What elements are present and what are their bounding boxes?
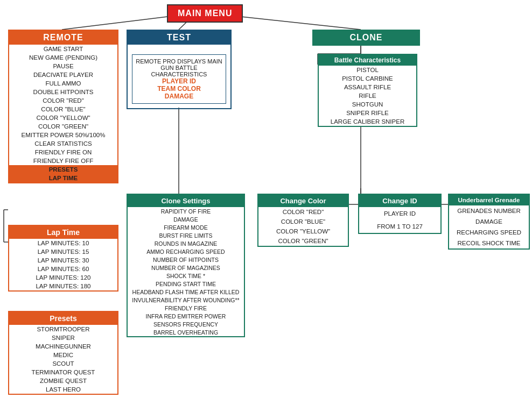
list-item[interactable]: LAP MINUTES: 15 [9,247,117,256]
clone-section: CLONE [312,30,420,46]
list-item[interactable]: TERMINATOR QUEST [9,368,117,377]
list-item[interactable]: STORMTROOPER [9,325,117,333]
list-item[interactable]: INVULNERABILITY AFTER WOUNDING** [128,296,244,304]
list-item[interactable]: SNIPER [9,333,117,342]
change-color-items: COLOR "RED" COLOR "BLUE" COLOR "YELLOW" … [258,207,348,246]
list-item[interactable]: GRENADES NUMBER [449,205,529,216]
list-item[interactable]: LAST HERO [9,385,117,394]
list-item[interactable]: FULL AMMO [9,79,117,88]
list-item[interactable]: FRIENDLY FIRE [128,304,244,312]
list-item[interactable]: SCOUT [9,359,117,368]
list-item[interactable]: SHOTGUN [319,100,416,109]
laptime-header: Lap Time [9,226,117,239]
battle-char-items: PISTOL PISTOL CARBINE ASSAULT RIFLE RIFL… [319,66,416,126]
list-item[interactable]: LAP MINUTES: 180 [9,282,117,290]
list-item[interactable]: RECOIL SHOCK TIME [449,238,529,248]
remote-items: GAME START NEW GAME (PENDING) PAUSE DEAC… [9,45,117,182]
underbarrel-header: Underbarrel Grenade [449,195,529,205]
list-item[interactable]: LAP MINUTES: 120 [9,273,117,282]
list-item[interactable]: COLOR "YELLOW" [9,113,117,122]
list-item[interactable]: COLOR "GREEN" [9,122,117,131]
list-item[interactable]: COLOR "GREEN" [258,236,348,246]
list-item[interactable]: BARREL OVERHEATING [128,328,244,336]
list-item[interactable]: MEDIC [9,351,117,359]
change-id-items: PLAYER ID FROM 1 TO 127 [359,207,440,233]
change-id-section: Change ID PLAYER ID FROM 1 TO 127 [358,194,442,234]
laptime-items: LAP MINUTES: 10 LAP MINUTES: 15 LAP MINU… [9,239,117,290]
clear-statistics-item[interactable]: CLEAR STATISTICS [9,139,117,148]
list-item[interactable]: NUMBER OF MAGAZINES [128,264,244,272]
list-item[interactable]: FRIENDLY FIRE ON [9,148,117,157]
test-team-color: TEAM COLOR [136,85,222,93]
list-item[interactable]: DAMAGE [449,216,529,227]
list-item[interactable]: DOUBLE HITPOINTS [9,88,117,96]
test-player-id: PLAYER ID [136,77,222,85]
change-color-section: Change Color COLOR "RED" COLOR "BLUE" CO… [257,194,349,247]
list-item[interactable]: LAP MINUTES: 60 [9,265,117,273]
list-item[interactable]: COLOR "YELLOW" [258,226,348,236]
presets-button[interactable]: Presets [9,165,117,174]
main-menu-label: MAIN MENU [178,9,232,18]
list-item[interactable]: MACHINEGUNNER [9,342,117,351]
list-item[interactable]: PISTOL [319,66,416,74]
laptime-button[interactable]: Lap Time [9,174,117,182]
list-item[interactable]: AMMO RECHARGING SPEED [128,247,244,255]
list-item[interactable]: LAP MINUTES: 10 [9,239,117,247]
change-id-header: Change ID [359,195,440,207]
underbarrel-items: GRENADES NUMBER DAMAGE RECHARGING SPEED … [449,205,529,248]
list-item[interactable]: PAUSE [9,62,117,70]
list-item[interactable]: SENSORS FREQUENCY [128,320,244,328]
list-item[interactable]: LAP MINUTES: 30 [9,256,117,265]
battle-char-header: Battle Characteristics [319,55,416,66]
list-item[interactable]: PISTOL CARBINE [319,74,416,83]
presets-items: STORMTROOPER SNIPER MACHINEGUNNER MEDIC … [9,325,117,394]
clone-settings-items: RAPIDITY OF FIRE DAMAGE FIREARM MODE BUR… [128,207,244,336]
clone-settings-section: Clone Settings RAPIDITY OF FIRE DAMAGE F… [127,194,245,337]
test-body: REMOTE PRO DISPLAYS MAIN GUN BATTLE CHAR… [132,54,226,104]
list-item[interactable]: COLOR "BLUE" [258,217,348,226]
list-item[interactable]: LARGE CALIBER SNIPER [319,117,416,126]
remote-section: REMOTE GAME START NEW GAME (PENDING) PAU… [8,30,118,183]
clone-settings-header: Clone Settings [128,195,244,207]
list-item[interactable]: SHOCK TIME * [128,272,244,280]
list-item[interactable]: DAMAGE [128,215,244,223]
list-item[interactable]: GAME START [9,45,117,53]
main-menu-box: MAIN MENU [167,4,243,23]
list-item[interactable]: INFRA RED EMITRER POWER [128,312,244,320]
list-item[interactable]: SNIPER RIFLE [319,109,416,117]
list-item[interactable]: NEW GAME (PENDING) [9,53,117,62]
underbarrel-section: Underbarrel Grenade GRENADES NUMBER DAMA… [448,194,530,250]
list-item[interactable]: COLOR "RED" [258,207,348,217]
list-item[interactable]: FRIENDLY FIRE OFF [9,157,117,165]
change-color-header: Change Color [258,195,348,207]
list-item[interactable]: FROM 1 TO 127 [359,220,440,233]
list-item[interactable]: ROUNDS IN MAGAZINE [128,239,244,247]
list-item[interactable]: NUMBER OF HITPOINTS [128,255,244,264]
presets-section: Presets STORMTROOPER SNIPER MACHINEGUNNE… [8,311,118,395]
list-item[interactable]: COLOR "BLUE" [9,105,117,113]
list-item[interactable]: BURST FIRE LIMITS [128,231,244,239]
battle-char-section: Battle Characteristics PISTOL PISTOL CAR… [318,54,417,127]
test-section: TEST REMOTE PRO DISPLAYS MAIN GUN BATTLE… [127,30,232,109]
laptime-section: Lap Time LAP MINUTES: 10 LAP MINUTES: 15… [8,225,118,292]
test-header: TEST [128,31,230,45]
svg-line-2 [62,15,180,30]
list-item[interactable]: DEACIVATE PLAYER [9,70,117,79]
list-item[interactable]: ZOMBIE QUEST [9,377,117,385]
list-item[interactable]: HEADBAND FLASH TIME AFTER KILLED [128,288,244,296]
list-item[interactable]: PLAYER ID [359,207,440,220]
svg-line-1 [226,15,361,30]
list-item[interactable]: EMITTER POWER 50%/100% [9,131,117,139]
list-item[interactable]: COLOR "RED" [9,96,117,105]
list-item[interactable]: RAPIDITY OF FIRE [128,207,244,215]
list-item[interactable]: RECHARGING SPEED [449,227,529,238]
remote-header: REMOTE [9,31,117,45]
list-item[interactable]: RIFLE [319,91,416,100]
test-damage: DAMAGE [136,93,222,100]
test-desc: REMOTE PRO DISPLAYS MAIN GUN BATTLE CHAR… [136,58,222,77]
list-item[interactable]: PENDING START TIME [128,280,244,288]
clone-header: CLONE [313,31,419,45]
list-item[interactable]: FIREARM MODE [128,223,244,231]
list-item[interactable]: ASSAULT RIFLE [319,83,416,91]
presets-header: Presets [9,312,117,325]
